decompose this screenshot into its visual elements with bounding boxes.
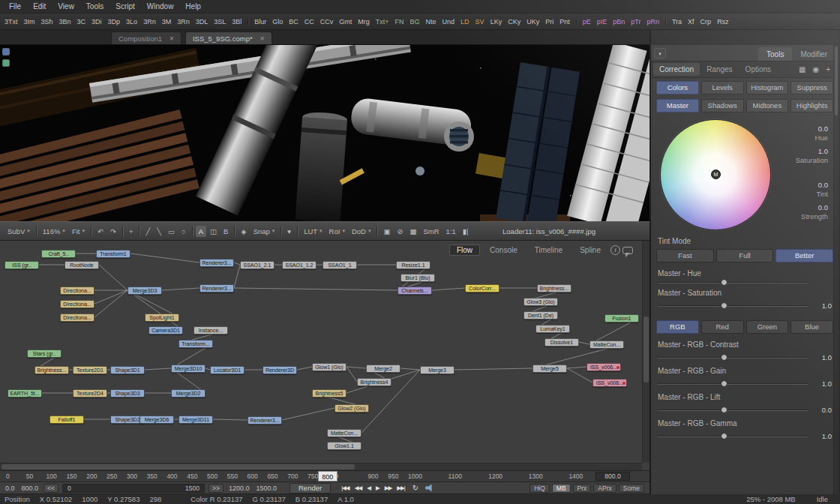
tool-mrg[interactable]: Mrg <box>355 16 373 27</box>
checker-icon[interactable]: ▦ <box>406 226 419 237</box>
flow-tab-timeline[interactable]: Timeline <box>527 244 570 256</box>
tool-3im[interactable]: 3Im <box>21 16 38 27</box>
flow-node-lumakey1[interactable]: LumaKey1 <box>536 325 570 333</box>
channel-button-rgb[interactable]: RGB <box>656 320 699 334</box>
dod-dropdown[interactable]: DoD▾ <box>349 226 374 237</box>
slider-handle[interactable] <box>721 354 728 361</box>
view-a-button[interactable]: A <box>196 226 206 237</box>
tool-3rn[interactable]: 3Rn <box>174 16 193 27</box>
comp-tab-composition1[interactable]: Composition1× <box>111 32 182 44</box>
toggle-some[interactable]: Some <box>619 484 644 493</box>
flow-node-fusion1[interactable]: Fusion1 <box>604 314 639 322</box>
flow-node-resize1-1[interactable]: Resize1.1 <box>396 261 430 269</box>
mode-button-histogram[interactable]: Histogram <box>746 81 789 94</box>
flow-node-directiona[interactable]: Directiona... <box>60 300 94 308</box>
view-layout-icon-2[interactable] <box>2 59 10 67</box>
menu-item-script[interactable]: Script <box>110 2 141 11</box>
flow-tab-console[interactable]: Console <box>482 244 525 256</box>
param-value[interactable]: 0.0 <box>789 203 828 212</box>
flow-node-locator3d1[interactable]: Locator3D1 <box>210 366 244 374</box>
play-button[interactable]: ▶ <box>374 484 382 492</box>
color-wheel[interactable]: M <box>660 119 771 230</box>
tool-cc[interactable]: CC <box>302 16 317 27</box>
flow-node-merge3d3[interactable]: Merge3D3 <box>128 286 162 295</box>
flow-node-glow3-glo[interactable]: Glow3 (Glo) <box>524 298 558 306</box>
close-icon[interactable]: × <box>170 34 174 43</box>
flow-node-craft-5[interactable]: Craft_5.. <box>41 250 76 258</box>
tool-3lo[interactable]: 3Lo <box>123 16 140 27</box>
playhead[interactable]: 800 <box>318 471 338 482</box>
flow-node-texture2d4[interactable]: Texture2D4 <box>73 389 107 398</box>
crosshair-icon[interactable]: + <box>126 226 136 237</box>
tool-glo[interactable]: Glo <box>269 16 286 27</box>
tool-prn[interactable]: pRn <box>644 16 662 27</box>
jump-end-button[interactable]: ▶▶| <box>394 484 406 492</box>
render-end-value[interactable]: 1200.0 <box>227 484 251 492</box>
tool-nte[interactable]: Nte <box>423 16 440 27</box>
flow-node-rootnode[interactable]: RootNode <box>64 261 99 269</box>
flow-node-transform[interactable]: Transform... <box>178 340 213 348</box>
flow-node-dissolve1[interactable]: Dissolve1 <box>544 338 579 346</box>
tool-cky[interactable]: CKy <box>505 16 524 27</box>
tool-pbn[interactable]: pBn <box>610 16 628 27</box>
flow-node-brightness5[interactable]: Brightness5 <box>312 389 346 398</box>
flow-node-merge3d11[interactable]: Merge3D11 <box>178 416 213 424</box>
channel-button-blue[interactable]: Blue <box>790 320 833 334</box>
tool-pie[interactable]: pIE <box>594 16 610 27</box>
timeline-ruler[interactable]: 800.0 0501001502002503003504004505005506… <box>0 471 650 482</box>
flow-node-instance[interactable]: Instance... <box>194 326 228 334</box>
meter-icon[interactable]: ▮| <box>460 226 472 237</box>
gear-icon[interactable]: ◉ <box>812 65 819 74</box>
mode-button-colors[interactable]: Colors <box>656 81 699 94</box>
flow-node-earth-5t[interactable]: EARTH_5t... <box>8 389 42 398</box>
inspector-scroll-thumb[interactable] <box>835 46 838 116</box>
slider-handle[interactable] <box>721 433 728 440</box>
flow-node-mattecon[interactable]: MatteCon... <box>327 429 362 437</box>
flow-node-directiona[interactable]: Directiona... <box>60 314 94 322</box>
slider-track[interactable] <box>658 410 808 411</box>
swatch-dropdown-icon[interactable]: ▾ <box>284 226 294 237</box>
tool-und[interactable]: Und <box>440 16 458 27</box>
slider-handle[interactable] <box>721 380 728 387</box>
tool-gmt[interactable]: Gmt <box>336 16 355 27</box>
slider-track[interactable] <box>658 357 808 358</box>
tool-bc[interactable]: BC <box>286 16 302 27</box>
flow-node-merge2[interactable]: Merge2 <box>366 364 400 373</box>
split-ab-icon[interactable]: ◫ <box>207 226 220 237</box>
tool-ld[interactable]: LD <box>458 16 472 27</box>
tool-xf[interactable]: Xf <box>685 16 698 27</box>
flow-node-iss-v006[interactable]: iSS_v006... <box>592 379 627 387</box>
flow-node-merge3d2[interactable]: Merge3D2 <box>171 389 206 398</box>
menu-item-window[interactable]: Window <box>141 2 180 11</box>
flow-vscrollbar[interactable] <box>642 241 650 463</box>
range-slider[interactable]: 0 1500 <box>62 484 205 493</box>
wheel-marker[interactable]: M <box>711 170 721 179</box>
channel-button-green[interactable]: Green <box>746 320 789 334</box>
flow-node-stars-gr[interactable]: Stars (gr.. <box>27 350 62 358</box>
tool-3sh[interactable]: 3Sh <box>38 16 56 27</box>
tool-tra[interactable]: Tra <box>669 16 685 27</box>
close-icon[interactable]: × <box>260 34 265 43</box>
show-controls-icon[interactable]: ⊘ <box>394 226 406 237</box>
comment-icon[interactable] <box>622 247 633 254</box>
flow-node-iss-v006[interactable]: ISS_v006... <box>586 363 621 371</box>
range-button-shadows[interactable]: Shadows <box>701 99 744 112</box>
tint-button-full[interactable]: Full <box>716 249 774 262</box>
render-start-value[interactable]: 800.0 <box>20 484 40 492</box>
menu-item-view[interactable]: View <box>52 2 80 11</box>
zoom-dropdown[interactable]: 116%▾ <box>40 226 68 237</box>
pen-icon[interactable]: ╱ <box>142 226 153 237</box>
slider-value[interactable]: 1.0 <box>813 302 832 310</box>
tool-3sl[interactable]: 3SL <box>211 16 229 27</box>
range-button-midtones[interactable]: Midtones <box>746 99 789 112</box>
rotate-right-icon[interactable]: ↷ <box>107 226 119 237</box>
ellipse-icon[interactable]: ○ <box>178 226 189 237</box>
tool-3rn[interactable]: 3Rn <box>140 16 159 27</box>
global-end-value[interactable]: 1500.0 <box>254 484 278 492</box>
viewer[interactable] <box>0 45 650 221</box>
slider-value[interactable]: 1.0 <box>813 353 832 362</box>
menu-item-help[interactable]: Help <box>179 2 207 11</box>
flow-tab-spline[interactable]: Spline <box>572 244 608 256</box>
flow-vscroll-thumb[interactable] <box>644 316 649 383</box>
lut-dropdown[interactable]: LUT▾ <box>301 226 325 237</box>
